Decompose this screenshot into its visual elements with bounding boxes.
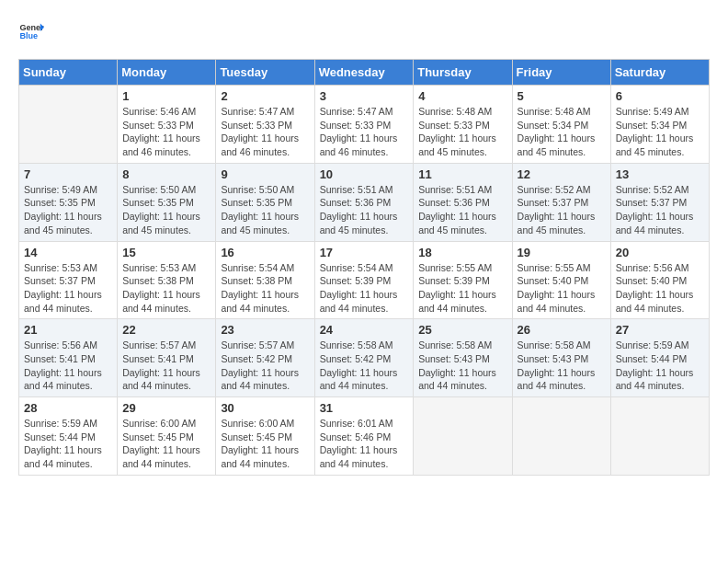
day-info: Sunrise: 5:53 AMSunset: 5:38 PMDaylight:… — [122, 261, 210, 316]
calendar-cell: 18Sunrise: 5:55 AMSunset: 5:39 PMDayligh… — [414, 241, 512, 319]
day-info: Sunrise: 5:51 AMSunset: 5:36 PMDaylight:… — [320, 183, 409, 237]
logo-icon: General Blue — [18, 18, 44, 44]
calendar-cell: 30Sunrise: 6:00 AMSunset: 5:45 PMDayligh… — [216, 397, 314, 476]
day-number: 30 — [221, 401, 309, 415]
calendar-week-5: 28Sunrise: 5:59 AMSunset: 5:44 PMDayligh… — [19, 397, 710, 476]
day-info: Sunrise: 5:55 AMSunset: 5:39 PMDaylight:… — [418, 261, 506, 316]
page-header: General Blue — [18, 18, 710, 44]
calendar-cell: 24Sunrise: 5:58 AMSunset: 5:42 PMDayligh… — [314, 319, 414, 397]
day-info: Sunrise: 6:01 AMSunset: 5:46 PMDaylight:… — [320, 417, 409, 471]
calendar-cell: 3Sunrise: 5:47 AMSunset: 5:33 PMDaylight… — [314, 86, 414, 164]
day-info: Sunrise: 5:57 AMSunset: 5:42 PMDaylight:… — [221, 339, 309, 393]
day-number: 19 — [518, 246, 606, 259]
calendar-week-3: 14Sunrise: 5:53 AMSunset: 5:37 PMDayligh… — [19, 241, 710, 319]
day-info: Sunrise: 5:47 AMSunset: 5:33 PMDaylight:… — [221, 105, 309, 159]
calendar-week-2: 7Sunrise: 5:49 AMSunset: 5:35 PMDaylight… — [19, 163, 710, 241]
day-number: 8 — [122, 167, 210, 181]
calendar-cell: 14Sunrise: 5:53 AMSunset: 5:37 PMDayligh… — [19, 241, 118, 319]
calendar-cell: 13Sunrise: 5:52 AMSunset: 5:37 PMDayligh… — [610, 163, 709, 241]
header-friday: Friday — [512, 60, 610, 86]
calendar-cell: 17Sunrise: 5:54 AMSunset: 5:39 PMDayligh… — [314, 241, 414, 319]
calendar-cell: 9Sunrise: 5:50 AMSunset: 5:35 PMDaylight… — [216, 163, 314, 241]
day-info: Sunrise: 5:54 AMSunset: 5:38 PMDaylight:… — [221, 261, 309, 316]
calendar-cell: 25Sunrise: 5:58 AMSunset: 5:43 PMDayligh… — [414, 319, 512, 397]
day-number: 18 — [418, 246, 506, 259]
day-info: Sunrise: 6:00 AMSunset: 5:45 PMDaylight:… — [221, 417, 309, 471]
day-info: Sunrise: 5:58 AMSunset: 5:43 PMDaylight:… — [518, 339, 606, 393]
day-info: Sunrise: 5:56 AMSunset: 5:40 PMDaylight:… — [616, 261, 704, 316]
day-info: Sunrise: 5:48 AMSunset: 5:33 PMDaylight:… — [418, 105, 506, 159]
day-info: Sunrise: 5:48 AMSunset: 5:34 PMDaylight:… — [518, 105, 606, 159]
day-number: 9 — [221, 167, 309, 181]
day-number: 23 — [221, 323, 309, 337]
calendar-cell: 26Sunrise: 5:58 AMSunset: 5:43 PMDayligh… — [512, 319, 610, 397]
calendar-cell — [414, 397, 512, 476]
calendar-cell: 6Sunrise: 5:49 AMSunset: 5:34 PMDaylight… — [610, 86, 709, 164]
header-saturday: Saturday — [610, 60, 709, 86]
calendar-cell: 27Sunrise: 5:59 AMSunset: 5:44 PMDayligh… — [610, 319, 709, 397]
day-info: Sunrise: 5:51 AMSunset: 5:36 PMDaylight:… — [418, 183, 506, 237]
calendar-cell — [19, 86, 118, 164]
header-thursday: Thursday — [414, 60, 512, 86]
header-wednesday: Wednesday — [314, 60, 414, 86]
day-number: 4 — [418, 89, 506, 103]
day-info: Sunrise: 5:50 AMSunset: 5:35 PMDaylight:… — [122, 183, 210, 237]
day-number: 29 — [122, 401, 210, 415]
day-info: Sunrise: 5:47 AMSunset: 5:33 PMDaylight:… — [320, 105, 409, 159]
calendar-cell: 23Sunrise: 5:57 AMSunset: 5:42 PMDayligh… — [216, 319, 314, 397]
day-info: Sunrise: 5:49 AMSunset: 5:35 PMDaylight:… — [24, 183, 112, 237]
day-info: Sunrise: 6:00 AMSunset: 5:45 PMDaylight:… — [122, 417, 210, 471]
calendar-cell: 5Sunrise: 5:48 AMSunset: 5:34 PMDaylight… — [512, 86, 610, 164]
svg-text:Blue: Blue — [19, 31, 38, 40]
calendar-cell — [610, 397, 709, 476]
logo: General Blue — [18, 18, 48, 44]
day-number: 26 — [518, 323, 606, 337]
day-info: Sunrise: 5:53 AMSunset: 5:37 PMDaylight:… — [24, 261, 112, 316]
calendar-cell: 15Sunrise: 5:53 AMSunset: 5:38 PMDayligh… — [118, 241, 216, 319]
calendar-table: SundayMondayTuesdayWednesdayThursdayFrid… — [18, 59, 710, 476]
calendar-week-4: 21Sunrise: 5:56 AMSunset: 5:41 PMDayligh… — [19, 319, 710, 397]
day-number: 27 — [616, 323, 704, 337]
day-number: 15 — [122, 246, 210, 259]
calendar-week-1: 1Sunrise: 5:46 AMSunset: 5:33 PMDaylight… — [19, 86, 710, 164]
day-number: 12 — [518, 167, 606, 181]
calendar-cell: 28Sunrise: 5:59 AMSunset: 5:44 PMDayligh… — [19, 397, 118, 476]
calendar-cell: 12Sunrise: 5:52 AMSunset: 5:37 PMDayligh… — [512, 163, 610, 241]
day-number: 14 — [24, 246, 112, 259]
day-number: 6 — [616, 89, 704, 103]
day-number: 24 — [320, 323, 409, 337]
calendar-cell: 21Sunrise: 5:56 AMSunset: 5:41 PMDayligh… — [19, 319, 118, 397]
day-number: 28 — [24, 401, 112, 415]
calendar-cell: 1Sunrise: 5:46 AMSunset: 5:33 PMDaylight… — [118, 86, 216, 164]
day-number: 20 — [616, 246, 704, 259]
day-info: Sunrise: 5:52 AMSunset: 5:37 PMDaylight:… — [518, 183, 606, 237]
day-number: 13 — [616, 167, 704, 181]
day-info: Sunrise: 5:49 AMSunset: 5:34 PMDaylight:… — [616, 105, 704, 159]
day-number: 21 — [24, 323, 112, 337]
day-number: 5 — [518, 89, 606, 103]
calendar-cell: 20Sunrise: 5:56 AMSunset: 5:40 PMDayligh… — [610, 241, 709, 319]
day-info: Sunrise: 5:52 AMSunset: 5:37 PMDaylight:… — [616, 183, 704, 237]
calendar-cell: 4Sunrise: 5:48 AMSunset: 5:33 PMDaylight… — [414, 86, 512, 164]
calendar-cell: 11Sunrise: 5:51 AMSunset: 5:36 PMDayligh… — [414, 163, 512, 241]
calendar-cell: 2Sunrise: 5:47 AMSunset: 5:33 PMDaylight… — [216, 86, 314, 164]
day-number: 22 — [122, 323, 210, 337]
calendar-cell — [512, 397, 610, 476]
day-info: Sunrise: 5:57 AMSunset: 5:41 PMDaylight:… — [122, 339, 210, 393]
calendar-cell: 8Sunrise: 5:50 AMSunset: 5:35 PMDaylight… — [118, 163, 216, 241]
header-tuesday: Tuesday — [216, 60, 314, 86]
day-info: Sunrise: 5:58 AMSunset: 5:42 PMDaylight:… — [320, 339, 409, 393]
day-number: 11 — [418, 167, 506, 181]
calendar-header-row: SundayMondayTuesdayWednesdayThursdayFrid… — [19, 60, 710, 86]
day-number: 31 — [320, 401, 409, 415]
day-info: Sunrise: 5:56 AMSunset: 5:41 PMDaylight:… — [24, 339, 112, 393]
day-number: 7 — [24, 167, 112, 181]
calendar-cell: 7Sunrise: 5:49 AMSunset: 5:35 PMDaylight… — [19, 163, 118, 241]
calendar-cell: 10Sunrise: 5:51 AMSunset: 5:36 PMDayligh… — [314, 163, 414, 241]
day-number: 25 — [418, 323, 506, 337]
day-number: 1 — [122, 89, 210, 103]
day-info: Sunrise: 5:55 AMSunset: 5:40 PMDaylight:… — [518, 261, 606, 316]
day-info: Sunrise: 5:50 AMSunset: 5:35 PMDaylight:… — [221, 183, 309, 237]
calendar-cell: 19Sunrise: 5:55 AMSunset: 5:40 PMDayligh… — [512, 241, 610, 319]
day-number: 2 — [221, 89, 309, 103]
